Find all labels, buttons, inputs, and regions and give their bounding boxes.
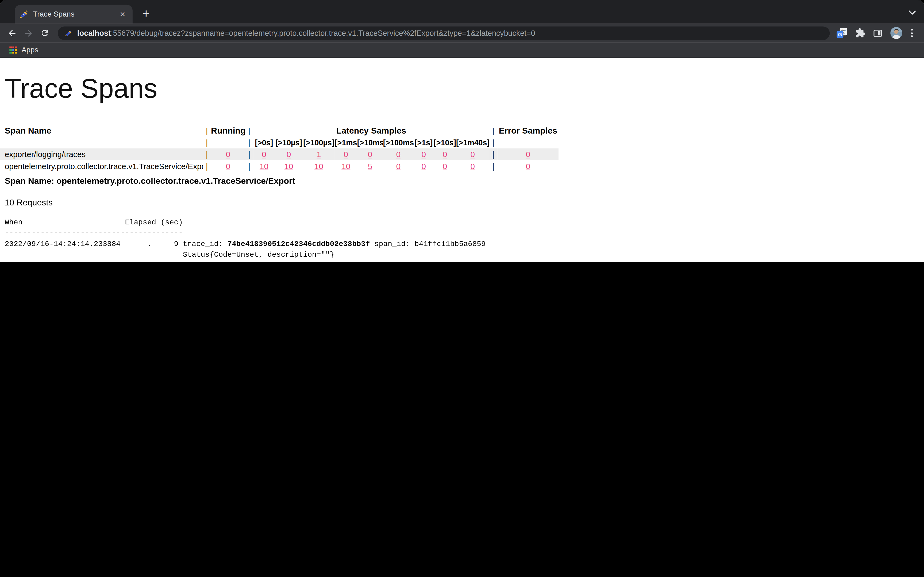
latency-sample-count-link[interactable]: 10 [260, 162, 268, 171]
divider-pipe: | [245, 148, 254, 160]
latency-sample-count-link[interactable]: 0 [396, 150, 401, 159]
error-count-link[interactable]: 0 [526, 162, 530, 171]
col-running: Running [211, 125, 245, 137]
page-title: Trace Spans [5, 73, 924, 104]
window: Trace Spans × + [0, 0, 924, 262]
page-content: Trace Spans Span Name|Running|Latency Sa… [0, 58, 924, 262]
browser-menu-icon[interactable] [910, 28, 914, 39]
latency-sample-count-link[interactable]: 0 [344, 150, 348, 159]
selected-span-name: Span Name: opentelemetry.proto.collector… [5, 176, 924, 185]
latency-bucket-label: [>1s] [414, 137, 434, 148]
latency-sample-count-link[interactable]: 10 [314, 162, 323, 171]
latency-bucket-label: [>0s] [254, 137, 275, 148]
latency-sample-count-link[interactable]: 0 [443, 150, 447, 159]
latency-sample-count-link[interactable]: 0 [422, 162, 426, 171]
latency-sample-count-link[interactable]: 10 [284, 162, 293, 171]
svg-text:G: G [838, 32, 842, 37]
latency-sample-count-link[interactable]: 0 [443, 162, 447, 171]
latency-sample-count-cell: 1 [303, 148, 335, 160]
tab-search-chevron-icon[interactable] [906, 6, 918, 18]
url-path: :55679/debug/tracez?zspanname=openteleme… [111, 29, 535, 37]
divider-pipe: | [489, 137, 498, 148]
request-log: When Elapsed (sec)----------------------… [5, 217, 924, 262]
latency-sample-count-cell: 5 [357, 160, 383, 172]
error-count-cell: 0 [497, 160, 559, 172]
latency-sample-count-link[interactable]: 0 [368, 150, 372, 159]
tab-close-icon[interactable]: × [117, 9, 128, 19]
divider-pipe: | [245, 160, 254, 172]
attributes-line: Attributes:{net.peer.ip=192.168.192.5, n… [5, 260, 924, 262]
span-name-cell: opentelemetry.proto.collector.trace.v1.T… [0, 160, 203, 172]
empty-cell [211, 137, 245, 148]
running-count-cell: 0 [211, 160, 245, 172]
tab-title: Trace Spans [33, 10, 117, 18]
status-line: Status{Code=Unset, description=""} [5, 250, 924, 260]
browser-window: Trace Spans × + [0, 0, 924, 262]
latency-bucket-label: [>10s] [434, 137, 456, 148]
tab-strip: Trace Spans × + [0, 0, 924, 24]
reload-button[interactable] [37, 25, 53, 41]
forward-button[interactable] [20, 25, 37, 41]
latency-bucket-label: [>10ms] [357, 137, 383, 148]
latency-sample-count-link[interactable]: 0 [422, 150, 426, 159]
latency-sample-count-cell: 0 [383, 160, 414, 172]
divider-pipe: | [203, 125, 211, 137]
latency-sample-count-cell: 0 [414, 148, 434, 160]
translate-extension-icon[interactable]: 文 G [835, 27, 848, 39]
running-count-link[interactable]: 0 [226, 150, 231, 159]
telescope-favicon-icon [19, 10, 28, 18]
latency-sample-count-cell: 10 [335, 160, 357, 172]
latency-sample-count-link[interactable]: 0 [396, 162, 401, 171]
divider-pipe: | [203, 148, 211, 160]
back-button[interactable] [3, 25, 20, 41]
browser-tab[interactable]: Trace Spans × [15, 5, 132, 24]
site-favicon-telescope-icon [65, 29, 73, 37]
side-panel-icon[interactable] [873, 28, 882, 38]
address-bar[interactable]: localhost:55679/debug/tracez?zspanname=o… [58, 26, 830, 40]
span-row: opentelemetry.proto.collector.trace.v1.T… [0, 160, 559, 172]
latency-sample-count-link[interactable]: 0 [470, 162, 475, 171]
back-arrow-icon [7, 28, 16, 38]
empty-cell [0, 137, 203, 148]
forward-arrow-icon [23, 28, 33, 38]
latency-sample-count-link[interactable]: 10 [341, 162, 350, 171]
latency-bucket-label: [>1m40s] [456, 137, 489, 148]
latency-sample-count-link[interactable]: 0 [262, 150, 266, 159]
latency-bucket-label: [>100ms] [383, 137, 414, 148]
latency-sample-count-link[interactable]: 0 [287, 150, 291, 159]
request-count: 10 Requests [5, 198, 924, 207]
latency-sample-count-cell: 0 [383, 148, 414, 160]
error-count-link[interactable]: 0 [526, 150, 530, 159]
browser-toolbar: localhost:55679/debug/tracez?zspanname=o… [0, 24, 924, 42]
new-tab-button[interactable]: + [138, 6, 155, 23]
bookmark-apps[interactable]: Apps [21, 46, 38, 54]
latency-sample-count-link[interactable]: 5 [368, 162, 372, 171]
toolbar-actions: 文 G [835, 26, 914, 39]
col-span-name: Span Name [0, 125, 203, 137]
request-line: 2022/09/16-14:24:14.233884 . 9 trace_id:… [5, 239, 924, 250]
span-summary-table: Span Name|Running|Latency Samples|Error … [0, 125, 559, 172]
latency-sample-count-cell: 0 [254, 148, 275, 160]
log-divider-line: ---------------------------------------- [5, 228, 924, 239]
divider-pipe: | [203, 137, 211, 148]
col-error-samples: Error Samples [497, 125, 559, 137]
latency-sample-count-cell: 0 [414, 160, 434, 172]
col-latency-samples: Latency Samples [254, 125, 489, 137]
latency-sample-count-cell: 0 [456, 160, 489, 172]
latency-bucket-label: [>1ms] [335, 137, 357, 148]
divider-pipe: | [203, 160, 211, 172]
latency-sample-count-cell: 0 [275, 148, 303, 160]
profile-avatar[interactable] [890, 26, 903, 39]
error-count-cell: 0 [497, 148, 559, 160]
bookmarks-bar: Apps [0, 42, 924, 58]
bucket-header-row: ||[>0s][>10µs][>100µs][>1ms][>10ms][>100… [0, 137, 559, 148]
latency-sample-count-link[interactable]: 1 [317, 150, 321, 159]
divider-pipe: | [245, 125, 254, 137]
latency-sample-count-link[interactable]: 0 [470, 150, 475, 159]
summary-header-row: Span Name|Running|Latency Samples|Error … [0, 125, 559, 137]
url-host: localhost [77, 29, 111, 37]
running-count-link[interactable]: 0 [226, 162, 231, 171]
latency-sample-count-cell: 0 [456, 148, 489, 160]
latency-sample-count-cell: 0 [434, 148, 456, 160]
extensions-puzzle-icon[interactable] [855, 28, 866, 39]
